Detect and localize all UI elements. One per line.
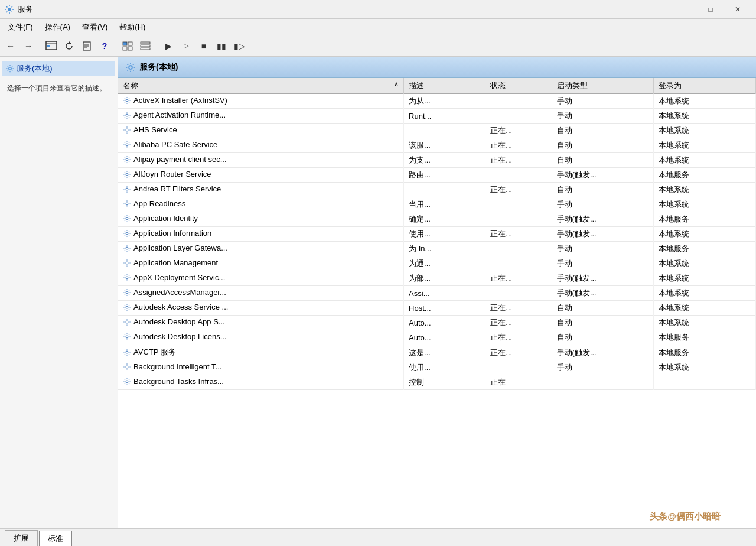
svg-rect-9 bbox=[123, 42, 127, 46]
table-row[interactable]: Alipay payment client sec... 为支...正在...自… bbox=[118, 153, 756, 168]
table-row[interactable]: AHS Service 正在...自动本地系统 bbox=[118, 124, 756, 138]
service-name-cell: Andrea RT Filters Service bbox=[118, 183, 404, 197]
table-row[interactable]: Agent Activation Runtime... Runt...手动本地系… bbox=[118, 109, 756, 124]
menu-view[interactable]: 查看(V) bbox=[77, 20, 113, 35]
table-header-row: 名称 ∧ 描述 状态 启动类型 登录为 bbox=[118, 78, 756, 94]
service-login-cell: 本地服务 bbox=[654, 345, 756, 360]
menu-action[interactable]: 操作(A) bbox=[40, 20, 76, 35]
service-name-icon-container: Background Tasks Infras... bbox=[123, 377, 224, 386]
menu-help[interactable]: 帮助(H) bbox=[114, 20, 151, 35]
service-name-cell: AllJoyn Router Service bbox=[118, 168, 404, 183]
service-name-icon-container: Background Intelligent T... bbox=[123, 362, 221, 371]
col-header-login[interactable]: 登录为 bbox=[654, 78, 756, 94]
menu-file[interactable]: 文件(F) bbox=[2, 20, 38, 35]
service-gear-icon bbox=[123, 274, 131, 282]
service-name-cell: Autodesk Desktop App S... bbox=[118, 316, 404, 330]
svg-point-23 bbox=[126, 173, 128, 176]
service-login-cell: 本地系统 bbox=[654, 94, 756, 109]
service-login-cell: 本地系统 bbox=[654, 286, 756, 301]
svg-point-31 bbox=[126, 291, 128, 294]
service-name-icon-container: Agent Activation Runtime... bbox=[123, 110, 226, 119]
service-name-text: AssignedAccessManager... bbox=[133, 288, 226, 297]
service-gear-icon bbox=[123, 214, 131, 223]
table-row[interactable]: AppX Deployment Servic... 为部...正在...手动(触… bbox=[118, 271, 756, 286]
service-startup-cell: 自动 bbox=[552, 183, 654, 197]
svg-rect-10 bbox=[128, 42, 132, 46]
pause-service-button[interactable]: ▮▮ bbox=[213, 38, 230, 54]
service-name-cell: AppX Deployment Servic... bbox=[118, 271, 404, 286]
col-header-startup[interactable]: 启动类型 bbox=[552, 78, 654, 94]
services-table-container[interactable]: 名称 ∧ 描述 状态 启动类型 登录为 ActiveX Installer (A… bbox=[118, 78, 756, 528]
title-bar-controls: － □ ✕ bbox=[670, 1, 751, 18]
service-name-text: Autodesk Access Service ... bbox=[133, 303, 228, 311]
close-button[interactable]: ✕ bbox=[724, 1, 751, 18]
table-row[interactable]: Application Information 使用...正在...手动(触发.… bbox=[118, 227, 756, 242]
table-row[interactable]: Background Intelligent T... 使用...手动本地系统 bbox=[118, 360, 756, 375]
minimize-button[interactable]: － bbox=[670, 1, 697, 18]
col-header-desc[interactable]: 描述 bbox=[404, 78, 485, 94]
service-name-text: Application Layer Gatewa... bbox=[133, 243, 227, 252]
table-row[interactable]: Background Tasks Infras... 控制正在 bbox=[118, 375, 756, 390]
tab-expand[interactable]: 扩展 bbox=[5, 530, 38, 546]
table-row[interactable]: Autodesk Desktop Licens... Auto...正在...自… bbox=[118, 330, 756, 345]
service-name-icon-container: Autodesk Access Service ... bbox=[123, 303, 228, 311]
service-gear-icon bbox=[123, 141, 131, 149]
svg-point-19 bbox=[126, 114, 128, 116]
table-row[interactable]: App Readiness 当用...手动本地系统 bbox=[118, 197, 756, 212]
service-startup-cell: 自动 bbox=[552, 124, 654, 138]
table-row[interactable]: Autodesk Access Service ... Host...正在...… bbox=[118, 301, 756, 316]
service-desc-cell: 为部... bbox=[404, 271, 485, 286]
properties-icon bbox=[82, 41, 92, 51]
service-name-text: AHS Service bbox=[133, 125, 177, 134]
col-header-status[interactable]: 状态 bbox=[485, 78, 552, 94]
col-header-name[interactable]: 名称 ∧ bbox=[118, 78, 404, 94]
table-row[interactable]: AssignedAccessManager... Assi...手动(触发...… bbox=[118, 286, 756, 301]
properties-button[interactable] bbox=[79, 38, 95, 54]
service-name-cell: Application Layer Gatewa... bbox=[118, 242, 404, 256]
stop-service-button[interactable]: ■ bbox=[195, 38, 212, 54]
table-row[interactable]: Application Layer Gatewa... 为 In...手动本地服… bbox=[118, 242, 756, 256]
restart-service-button[interactable]: ▮▷ bbox=[231, 38, 247, 54]
svg-point-33 bbox=[126, 321, 128, 323]
service-gear-icon bbox=[123, 229, 131, 238]
view-icon-button[interactable] bbox=[119, 38, 136, 54]
svg-point-37 bbox=[126, 381, 128, 383]
help-button[interactable]: ? bbox=[96, 38, 113, 54]
back-button[interactable]: ← bbox=[2, 38, 19, 54]
table-row[interactable]: AllJoyn Router Service 路由...手动(触发...本地服务 bbox=[118, 168, 756, 183]
service-name-icon-container: AHS Service bbox=[123, 125, 177, 134]
service-name-cell: Background Tasks Infras... bbox=[118, 375, 404, 390]
service-name-text: Agent Activation Runtime... bbox=[133, 110, 226, 119]
view-icon bbox=[122, 41, 133, 51]
service-status-cell: 正在... bbox=[485, 227, 552, 242]
table-row[interactable]: Andrea RT Filters Service 正在...自动本地系统 bbox=[118, 183, 756, 197]
left-panel-local-services[interactable]: 服务(本地) bbox=[2, 61, 115, 76]
service-name-icon-container: AssignedAccessManager... bbox=[123, 288, 226, 297]
table-row[interactable]: Application Management 为通...手动本地系统 bbox=[118, 256, 756, 271]
service-startup-cell: 手动(触发... bbox=[552, 168, 654, 183]
service-login-cell: 本地系统 bbox=[654, 124, 756, 138]
console-button[interactable] bbox=[43, 38, 60, 54]
table-row[interactable]: ActiveX Installer (AxInstSV) 为从...手动本地系统 bbox=[118, 94, 756, 109]
service-name-icon-container: Alipay payment client sec... bbox=[123, 155, 227, 164]
table-row[interactable]: Alibaba PC Safe Service 该服...正在...自动本地系统 bbox=[118, 138, 756, 153]
svg-point-21 bbox=[126, 144, 128, 146]
service-login-cell: 本地系统 bbox=[654, 360, 756, 375]
service-startup-cell: 自动 bbox=[552, 316, 654, 330]
service-status-cell: 正在... bbox=[485, 345, 552, 360]
table-row[interactable]: AVCTP 服务 这是...正在...手动(触发...本地服务 bbox=[118, 345, 756, 360]
restore-button[interactable]: □ bbox=[697, 1, 724, 18]
forward-button[interactable]: → bbox=[20, 38, 37, 54]
left-panel-label: 服务(本地) bbox=[17, 63, 53, 74]
table-row[interactable]: Autodesk Desktop App S... Auto...正在...自动… bbox=[118, 316, 756, 330]
tab-standard[interactable]: 标准 bbox=[39, 531, 72, 546]
service-status-cell: 正在... bbox=[485, 316, 552, 330]
app-icon bbox=[5, 5, 14, 14]
service-name-cell: Alipay payment client sec... bbox=[118, 153, 404, 168]
list-view-button[interactable] bbox=[137, 38, 154, 54]
refresh-button[interactable] bbox=[61, 38, 77, 54]
service-gear-icon bbox=[123, 111, 131, 119]
table-row[interactable]: Application Identity 确定...手动(触发...本地服务 bbox=[118, 212, 756, 227]
start-service2-button[interactable]: ▷ bbox=[178, 38, 194, 54]
start-service-button[interactable]: ▶ bbox=[160, 38, 177, 54]
